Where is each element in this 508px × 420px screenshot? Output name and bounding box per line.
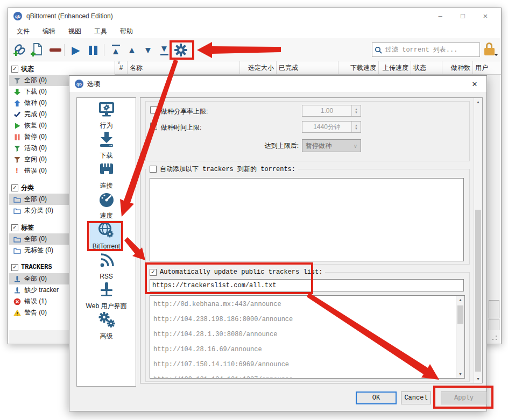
close-button[interactable]: × [474,9,497,22]
trackers-url-input[interactable] [150,279,464,291]
arrow-down-icon: ▼ [144,46,153,55]
scroll-down-icon[interactable]: ▼ [474,375,482,383]
time-limit-label: 做种时间上限: [161,123,201,132]
column-peers[interactable]: 用户 [473,61,501,74]
toolbar-separator [64,44,65,56]
move-down-button[interactable]: ▼ [140,42,156,58]
tracker-url: http://0d.kebhana.mx:443/announce [150,297,464,312]
table-scrollbar[interactable] [486,75,500,330]
tracker-url: http://104.28.1.30:8080/announce [150,327,464,342]
arrow-up-icon: ▲ [111,47,121,56]
time-limit-spinner[interactable]: 1440分钟 ▲▼ [302,121,361,133]
tracker-icon [13,286,21,294]
scroll-up-icon[interactable]: ▲ [456,296,464,304]
menu-view[interactable]: 视图 [62,27,88,36]
move-top-button[interactable]: ▲ [108,42,123,58]
options-nav-behavior[interactable]: 行为 [77,100,136,130]
options-nav-bittorrent[interactable]: BitTorrent [90,220,123,251]
torrent-filter [372,42,480,57]
qbittorrent-logo: qb [13,12,22,20]
cancel-button[interactable]: Cancel [401,391,431,404]
column-status[interactable]: 状态 [411,61,442,74]
options-nav-connection[interactable]: 连接 [77,160,136,190]
ratio-limit-spinner[interactable]: 1.00 ▲▼ [302,105,361,117]
webui-icon [97,281,116,301]
warning-icon [13,309,21,317]
add-trackers-checkbox[interactable] [150,166,157,173]
exclamation-icon: ! [13,167,21,175]
ratio-limit-checkbox[interactable] [150,106,157,113]
dialog-close-button[interactable]: ✕ [467,78,482,90]
trackers-list[interactable]: http://0d.kebhana.mx:443/announce http:/… [150,295,465,379]
folder-icon [13,207,21,215]
minus-icon [50,48,61,52]
tracker-url: http://104.28.16.69/announce [150,342,464,357]
arrow-down-icon: ▼ [160,44,169,53]
rss-icon [97,252,116,272]
screen: qb qBittorrent (Enhanced Edition) – □ × … [0,0,508,420]
play-icon: ▶ [72,45,80,55]
options-nav: 行为 下载 连接 速度 BitTorrent RSS [76,97,136,387]
move-bottom-button[interactable]: ▼ [157,42,172,58]
menu-file[interactable]: 文件 [10,27,36,36]
column-size[interactable]: 选定大小 [240,61,277,74]
spinner-arrows-icon[interactable]: ▲▼ [351,105,361,116]
move-up-button[interactable]: ▲ [124,42,139,58]
spinner-arrows-icon[interactable]: ▲▼ [351,122,361,132]
menu-tools[interactable]: 工具 [88,27,114,36]
tracker-icon [13,275,21,283]
options-nav-speed[interactable]: 速度 [77,190,136,220]
ok-button[interactable]: OK [356,391,397,404]
download-arrow-icon [13,88,21,96]
behavior-icon [97,100,116,120]
limit-action-dropdown[interactable]: 暂停做种 ∨ [302,139,361,152]
auto-update-checkbox[interactable] [150,269,157,276]
pause-icon [89,46,97,55]
options-scrollbar[interactable]: ▲ ▼ [474,98,482,383]
status-section-header: 状态 [9,63,115,75]
options-nav-webui[interactable]: Web 用户界面 [77,281,136,311]
add-trackers-textarea[interactable] [150,178,464,261]
options-nav-rss[interactable]: RSS [77,251,136,281]
tracker-url: http://104.238.198.186:8000/announce [150,312,464,327]
window-controls: – □ × [429,9,497,22]
status-checkbox[interactable] [11,66,18,73]
lock-button[interactable] [484,42,496,58]
column-upspeed[interactable]: 上传速度 [379,61,411,74]
search-input[interactable] [384,46,477,54]
funnel-icon [13,144,21,152]
options-nav-downloads[interactable]: 下载 [77,130,136,160]
delete-button[interactable] [48,42,63,58]
upload-arrow-icon [13,99,21,107]
menu-edit[interactable]: 编辑 [36,27,62,36]
file-add-icon [30,42,45,58]
tags-checkbox[interactable] [11,224,18,231]
add-torrent-link-button[interactable] [12,42,27,58]
caret-down-icon [495,54,498,58]
pause-button[interactable] [86,42,101,58]
maximize-button[interactable]: □ [451,9,474,22]
trackers-checkbox[interactable] [11,264,18,271]
trackers-list-scrollbar[interactable]: ▲ ▼ [456,296,464,378]
download-icon [97,130,116,150]
torrent-table-header: # 名称 选定大小 已完成 下载速度 上传速度 状态 做种数 用户 [115,61,501,75]
column-name[interactable]: 名称 [128,61,240,74]
resume-button[interactable]: ▶ [68,42,83,58]
categories-checkbox[interactable] [11,184,18,191]
options-dialog: qb 选项 ✕ 行为 下载 连接 速度 BitTor [69,75,487,411]
options-button[interactable] [173,42,188,58]
column-seeds[interactable]: 做种数 [442,61,473,74]
options-nav-advanced[interactable]: 高级 [77,311,136,341]
bittorrent-icon [97,222,116,241]
apply-button[interactable]: Apply [441,391,487,404]
menu-help[interactable]: 帮助 [114,27,139,36]
scroll-up-icon[interactable]: ▲ [474,98,482,106]
minimize-button[interactable]: – [429,9,451,22]
column-dlspeed[interactable]: 下载速度 [338,61,379,74]
add-torrent-file-button[interactable] [30,42,45,58]
time-limit-checkbox[interactable] [150,123,157,130]
column-done[interactable]: 已完成 [277,61,338,74]
dialog-title-bar: qb 选项 [69,76,486,92]
speed-icon [97,190,116,210]
scroll-down-icon[interactable]: ▼ [456,370,464,378]
